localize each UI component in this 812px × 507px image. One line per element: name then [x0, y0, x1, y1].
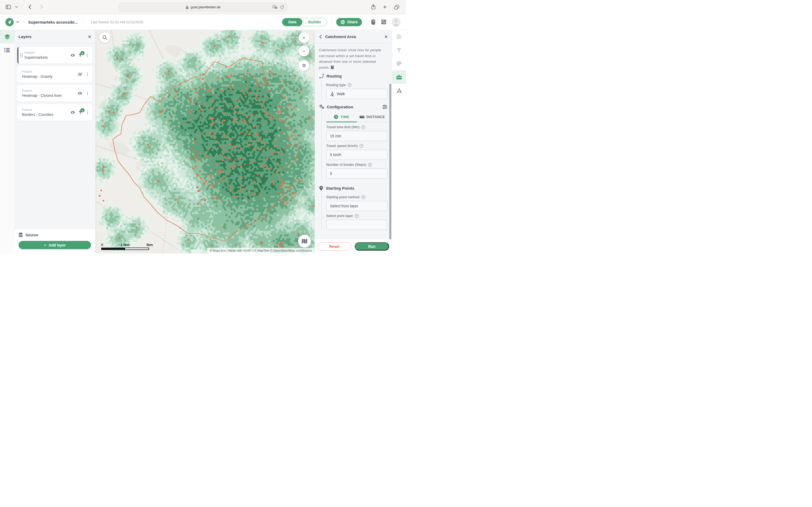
starting-point-method-value: Select from layer: [330, 204, 358, 208]
layer-name: Heatmap - Gravity: [22, 74, 53, 78]
app-header: Supermarteks accessibi... Last Saved: 02…: [0, 14, 406, 30]
back-button[interactable]: [28, 4, 33, 10]
tab-builder[interactable]: Builder: [302, 18, 327, 26]
map[interactable]: Munich + − 0 2.5km 5km: [95, 30, 315, 253]
goat-logo[interactable]: [5, 18, 14, 26]
zoom-in-button[interactable]: +: [299, 32, 309, 43]
scale-zero: 0: [101, 243, 103, 247]
help-icon[interactable]: ?: [355, 214, 359, 218]
route-icon: [319, 73, 324, 78]
help-icon[interactable]: ?: [348, 83, 352, 87]
layer-card-heatmap-gravity[interactable]: Feature Heatmap - Gravity ⋮: [17, 66, 92, 82]
add-layer-button[interactable]: + Add layer: [18, 241, 91, 249]
walk-icon: [330, 92, 334, 97]
rail-item-layers[interactable]: [0, 30, 14, 44]
forward-button[interactable]: [39, 4, 44, 10]
tab-data[interactable]: Data: [282, 18, 302, 26]
basemap-button[interactable]: [298, 235, 311, 247]
rail-item-style[interactable]: [392, 57, 406, 70]
rail-item-filter[interactable]: [392, 44, 406, 57]
rail-item-legend[interactable]: [0, 44, 14, 57]
rail-item-toolbox[interactable]: [392, 70, 406, 84]
filter-icon[interactable]: 2: [78, 53, 83, 57]
filter-count-badge: 2: [80, 51, 85, 55]
left-rail: [0, 30, 14, 253]
layer-card-borders-counties[interactable]: Feature Borders - Counties 1 ⋮: [17, 104, 92, 121]
panel-back-icon[interactable]: [319, 35, 322, 39]
breaks-value: 5: [330, 171, 332, 176]
docs-book-icon[interactable]: [331, 65, 334, 69]
help-icon[interactable]: ?: [361, 195, 365, 199]
sidebar-chevron-down-icon[interactable]: [15, 6, 18, 8]
panel-body: Catchment Areas show how far people can …: [315, 44, 392, 239]
select-point-layer-label: Select point layer ?: [326, 214, 388, 218]
translate-icon[interactable]: Ax: [272, 5, 277, 9]
help-icon[interactable]: ?: [368, 163, 372, 167]
map-search-button[interactable]: [99, 32, 110, 43]
reload-icon[interactable]: [280, 5, 284, 9]
starting-point-method-label: Starting point method ?: [326, 195, 388, 199]
travel-speed-input[interactable]: 5 km/h: [326, 150, 388, 160]
layer-card-heatmap-closest[interactable]: Feature Heatmap - Closest Aver... ⋮: [17, 85, 92, 102]
help-icon[interactable]: ?: [360, 144, 363, 148]
panel-close-icon[interactable]: ×: [385, 34, 388, 39]
fullscreen-button[interactable]: [299, 60, 309, 71]
sidebar-toggle-icon[interactable]: [5, 4, 11, 10]
map-canvas[interactable]: [95, 30, 315, 253]
mode-toggle: Data Builder: [282, 18, 327, 26]
zoom-out-button[interactable]: −: [299, 46, 309, 56]
share-button[interactable]: Share: [336, 18, 362, 26]
share-page-icon[interactable]: [371, 4, 376, 10]
browser-toolbar: goat.plan4better.de Ax +: [0, 0, 406, 14]
rail-item-scenario[interactable]: [392, 84, 406, 97]
toolbar-divider: [22, 4, 22, 10]
project-title[interactable]: Supermarteks accessibi...: [28, 20, 78, 24]
avatar[interactable]: [392, 17, 401, 26]
travel-speed-label: Travel speed (Km/h) ?: [326, 144, 388, 148]
new-tab-icon[interactable]: +: [383, 4, 387, 10]
scale-end: 5km: [146, 243, 153, 247]
visibility-eye-icon[interactable]: [78, 91, 83, 96]
filter-icon[interactable]: 1: [78, 110, 83, 115]
layer-card-supermarkets[interactable]: Feature Supermarkets 2 ⋮: [17, 47, 92, 64]
source-row[interactable]: Source: [18, 233, 91, 237]
address-bar[interactable]: goat.plan4better.de Ax: [119, 3, 287, 11]
starting-point-method-select[interactable]: Select from layer: [326, 201, 388, 211]
tab-time[interactable]: TIME: [326, 112, 357, 122]
filter-funnel-icon: [396, 48, 402, 53]
layer-menu-icon[interactable]: ⋮: [85, 53, 90, 57]
panel-scrollbar[interactable]: [389, 84, 391, 239]
tab-distance[interactable]: DISTANCE: [357, 112, 388, 122]
expand-icon: [302, 63, 306, 68]
reset-button[interactable]: Reset: [317, 242, 352, 250]
news-panels-icon[interactable]: [381, 19, 387, 25]
project-chevron-down-icon[interactable]: [16, 21, 19, 23]
svg-text:x: x: [275, 7, 276, 9]
url-text: goat.plan4better.de: [191, 5, 220, 9]
advanced-settings-icon[interactable]: [383, 105, 388, 109]
configuration-section-body: TIME DISTANCE Travel time limit (Min) ? …: [321, 110, 388, 181]
scale-bar: 0 2.5km 5km: [101, 243, 149, 250]
visibility-eye-icon[interactable]: [70, 53, 75, 58]
docs-icon[interactable]: [371, 19, 376, 25]
routing-type-select[interactable]: Walk: [326, 89, 388, 99]
drag-handle-icon[interactable]: [20, 53, 22, 57]
layer-menu-icon[interactable]: ⋮: [85, 110, 90, 115]
layer-name: Heatmap - Closest Aver...: [22, 93, 62, 98]
visibility-eye-icon[interactable]: [70, 110, 75, 115]
help-icon[interactable]: ?: [361, 125, 365, 129]
panel-title: Catchment Area: [325, 34, 356, 39]
breaks-input[interactable]: 5: [326, 168, 388, 179]
routing-type-value: Walk: [337, 92, 345, 96]
layer-menu-icon[interactable]: ⋮: [85, 91, 90, 96]
visibility-eye-off-icon[interactable]: [78, 72, 83, 77]
layers-close-icon[interactable]: ×: [88, 34, 91, 39]
tab-overview-icon[interactable]: [394, 4, 400, 10]
run-button[interactable]: Run: [355, 242, 389, 250]
starting-points-section-heading: Starting Points: [319, 186, 388, 191]
basemap-map-icon: [301, 238, 308, 244]
layer-menu-icon[interactable]: ⋮: [85, 72, 90, 76]
select-point-layer-select[interactable]: [326, 220, 388, 230]
rail-item-properties[interactable]: [392, 30, 406, 44]
travel-time-input[interactable]: 15 min: [326, 131, 388, 141]
